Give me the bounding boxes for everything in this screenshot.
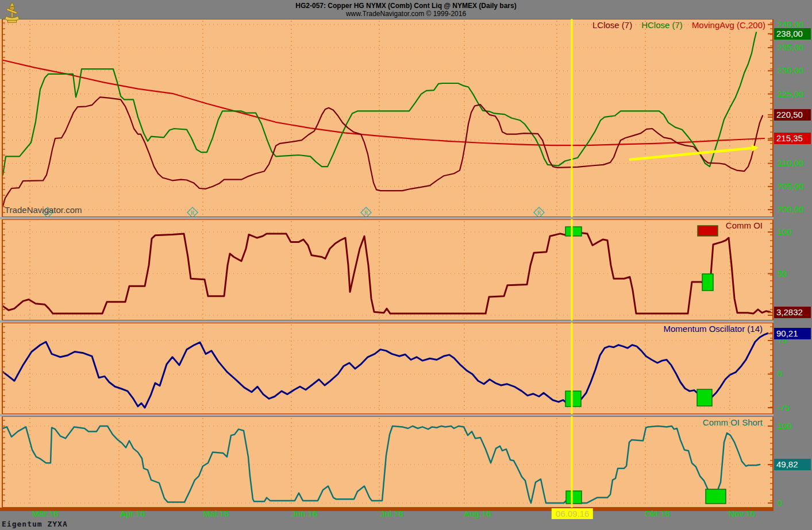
signal-marker-box	[706, 489, 726, 504]
panel-splitter-2[interactable]	[0, 320, 773, 323]
signal-marker-box	[702, 274, 713, 291]
signal-marker-box	[566, 491, 582, 504]
plot-background	[0, 19, 773, 508]
svg-text:R: R	[364, 210, 368, 216]
chart-subtitle: www.TradeNavigator.com © 1999-2016	[0, 10, 812, 18]
crosshair-vline	[571, 19, 573, 508]
signal-marker-box	[565, 391, 581, 407]
chart-title: HG2-057: Copper HG NYMX (Comb) Cont Liq …	[0, 0, 812, 10]
svg-text:R: R	[537, 210, 541, 216]
chart-canvas[interactable]: RRRR	[0, 0, 812, 530]
signal-marker-box	[698, 226, 718, 236]
bottom-axis-strip	[0, 508, 773, 511]
svg-text:R: R	[191, 210, 195, 216]
signal-marker-box	[565, 227, 582, 236]
title-bar: HG2-057: Copper HG NYMX (Comb) Cont Liq …	[0, 0, 812, 19]
signal-marker-box	[697, 389, 712, 406]
ownership-footer: Eigentum ZYXA	[2, 520, 68, 528]
trade-navigator-logo-icon	[1, 1, 23, 24]
watermark-text: TradeNavigator.com	[5, 205, 82, 215]
panel-splitter-3[interactable]	[0, 414, 773, 416]
application-window: HG2-057: Copper HG NYMX (Comb) Cont Liq …	[0, 0, 812, 530]
panel-splitter-1[interactable]	[0, 217, 773, 219]
